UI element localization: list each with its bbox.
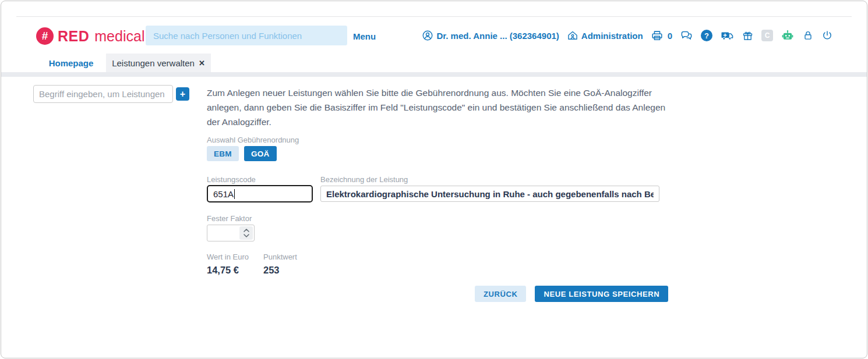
zurueck-button[interactable]: ZURÜCK	[475, 286, 526, 302]
global-search-input[interactable]	[146, 26, 347, 45]
topbar-actions: Dr. med. Annie ... (362364901) Administr…	[422, 26, 833, 45]
bezeichnung-input[interactable]	[320, 186, 659, 202]
robot-assistant-icon[interactable]	[781, 29, 795, 42]
fee-schedule-label: Auswahl Gebührenordnung	[207, 136, 299, 144]
fester-faktor-label: Fester Faktor	[207, 214, 252, 223]
fester-faktor-input[interactable]	[207, 225, 239, 241]
gift-icon[interactable]	[742, 30, 754, 42]
leistungscode-label: Leistungscode	[207, 175, 256, 184]
punktwert-value: 253	[263, 265, 297, 276]
tab-leistungen-verwalten[interactable]: Leistungen verwalten ✕	[106, 54, 211, 72]
top-divider	[16, 16, 852, 17]
leistungscode-value: 651A	[213, 189, 234, 199]
brand-hash-icon: #	[36, 27, 54, 45]
leistungscode-input[interactable]: 651A	[207, 185, 313, 202]
text-caret	[234, 189, 235, 199]
wert-in-euro-label: Wert in Euro	[207, 253, 263, 261]
user-label: Dr. med. Annie ... (362364901)	[436, 31, 559, 41]
tab-label: Leistungen verwalten	[112, 58, 195, 68]
brand-logo[interactable]: # RED medical	[36, 26, 144, 47]
c-badge-icon[interactable]: C	[761, 30, 773, 41]
wert-in-euro-value: 14,75 €	[207, 265, 263, 276]
power-icon[interactable]	[821, 30, 833, 41]
lock-icon[interactable]	[802, 30, 814, 41]
bezeichnung-label: Bezeichnung der Leistung	[320, 175, 408, 184]
ambulance-icon[interactable]	[720, 29, 734, 42]
fester-faktor-field	[207, 225, 255, 241]
app-window: # RED medical Menu Dr. med. Annie ... (3…	[1, 1, 867, 358]
add-filter-button[interactable]: +	[176, 87, 189, 101]
print-queue-button[interactable]: 0	[651, 29, 672, 42]
stepper-up-icon	[244, 229, 249, 232]
printer-icon	[651, 29, 664, 42]
brand-name-light: medical	[94, 28, 144, 45]
administration-menu[interactable]: Administration	[567, 30, 643, 41]
help-icon[interactable]: ?	[701, 30, 712, 41]
fee-schedule-options: EBM GOÄ	[207, 146, 277, 161]
tabbar-divider	[1, 72, 867, 77]
messages-icon[interactable]	[680, 29, 693, 42]
tab-homepage[interactable]: Homepage	[36, 54, 106, 72]
administration-label: Administration	[581, 31, 643, 41]
fee-option-ebm[interactable]: EBM	[207, 146, 239, 161]
form-actions: ZURÜCK NEUE LEISTUNG SPEICHERN	[475, 286, 668, 302]
leistungen-filter-input[interactable]	[33, 85, 173, 103]
tab-close-icon[interactable]: ✕	[199, 59, 205, 67]
administration-icon	[567, 30, 578, 41]
print-count-badge: 0	[668, 31, 672, 41]
intro-text: Zum Anlegen neuer Leistungen wählen Sie …	[207, 86, 673, 129]
stepper-down-icon	[244, 234, 249, 237]
menu-link[interactable]: Menu	[353, 31, 376, 41]
computed-values: Wert in Euro 14,75 € Punktwert 253	[207, 253, 297, 276]
neue-leistung-speichern-button[interactable]: NEUE LEISTUNG SPEICHERN	[535, 286, 668, 302]
user-icon	[422, 30, 433, 41]
fee-option-goa[interactable]: GOÄ	[244, 146, 277, 161]
user-menu[interactable]: Dr. med. Annie ... (362364901)	[422, 30, 559, 41]
punktwert-label: Punktwert	[263, 253, 297, 261]
number-stepper[interactable]	[239, 226, 253, 240]
brand-name-bold: RED	[58, 28, 89, 45]
